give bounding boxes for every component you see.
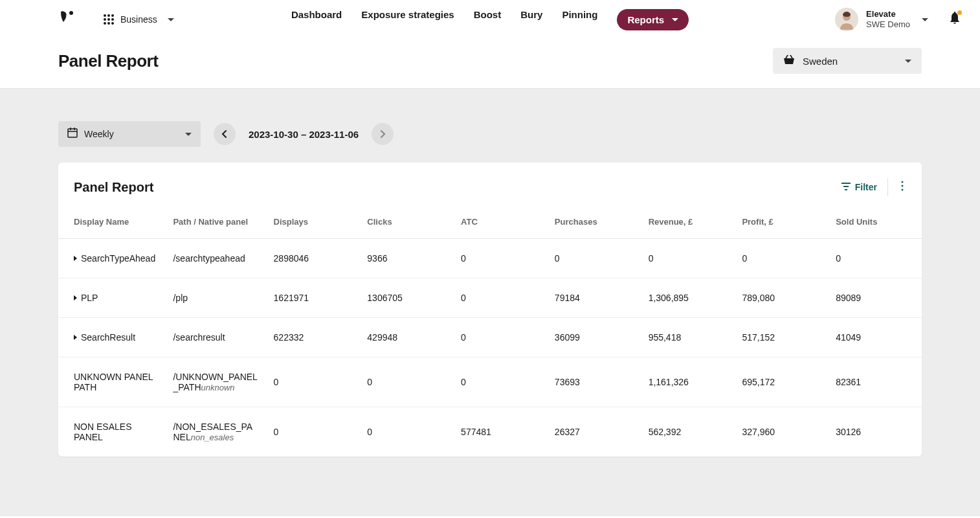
row-name: SearchResult	[74, 332, 157, 343]
col-profit[interactable]: Profit, £	[734, 207, 828, 239]
user-name: Elevate	[866, 9, 910, 19]
row-displays: 1621971	[266, 278, 360, 318]
user-sub: SWE Demo	[866, 19, 910, 30]
report-table: Display Name Path / Native panel Display…	[58, 207, 922, 456]
date-range: 2023-10-30 – 2023-11-06	[249, 129, 359, 140]
col-purchases[interactable]: Purchases	[547, 207, 641, 239]
row-name: UNKNOWN PANEL PATH	[74, 372, 157, 392]
row-revenue: 1,306,895	[641, 278, 735, 318]
row-purchases: 36099	[547, 318, 641, 357]
row-revenue: 0	[641, 239, 735, 278]
card-title: Panel Report	[74, 180, 153, 195]
row-atc: 577481	[453, 407, 547, 457]
row-displays: 2898046	[266, 239, 360, 278]
svg-point-11	[902, 185, 904, 187]
chevron-down-icon	[905, 60, 911, 63]
page-title: Panel Report	[58, 51, 158, 71]
expand-icon[interactable]	[74, 295, 77, 300]
row-revenue: 1,161,326	[641, 357, 735, 407]
table-row: NON ESALES PANEL/NON_ESALES_PANELnon_esa…	[58, 407, 922, 457]
market-select[interactable]: Sweden	[773, 48, 922, 74]
row-profit: 695,172	[734, 357, 828, 407]
row-name: NON ESALES PANEL	[74, 422, 157, 442]
row-revenue: 955,418	[641, 318, 735, 357]
row-clicks: 429948	[359, 318, 453, 357]
col-revenue[interactable]: Revenue, £	[641, 207, 735, 239]
row-purchases: 26327	[547, 407, 641, 457]
main-nav: Dashboard Exposure strategies Boost Bury…	[291, 9, 689, 30]
row-clicks: 0	[359, 407, 453, 457]
row-revenue: 562,392	[641, 407, 735, 457]
prev-period-button[interactable]	[214, 123, 236, 145]
nav-bury[interactable]: Bury	[520, 9, 542, 30]
path-suffix: non_esales	[191, 433, 234, 442]
table-row: SearchResult/searchresult622332429948036…	[58, 318, 922, 357]
row-profit: 517,152	[734, 318, 828, 357]
col-displays[interactable]: Displays	[266, 207, 360, 239]
svg-point-0	[69, 11, 73, 15]
svg-point-12	[902, 189, 904, 191]
col-clicks[interactable]: Clicks	[359, 207, 453, 239]
row-profit: 789,080	[734, 278, 828, 318]
nav-pinning[interactable]: Pinning	[562, 9, 597, 30]
col-sold-units[interactable]: Sold Units	[828, 207, 922, 239]
row-displays: 0	[266, 357, 360, 407]
row-purchases: 79184	[547, 278, 641, 318]
row-sold: 89089	[828, 278, 922, 318]
expand-icon[interactable]	[74, 256, 77, 261]
row-sold: 30126	[828, 407, 922, 457]
row-sold: 82361	[828, 357, 922, 407]
col-display-name[interactable]: Display Name	[58, 207, 165, 239]
basket-icon	[783, 54, 795, 67]
user-text: Elevate SWE Demo	[866, 9, 910, 29]
row-profit: 327,960	[734, 407, 828, 457]
notification-dot	[957, 10, 962, 15]
row-atc: 0	[453, 278, 547, 318]
col-atc[interactable]: ATC	[453, 207, 547, 239]
row-atc: 0	[453, 357, 547, 407]
nav-reports[interactable]: Reports	[617, 9, 689, 30]
body-area: Weekly 2023-10-30 – 2023-11-06 Panel Rep…	[0, 89, 980, 516]
period-select[interactable]: Weekly	[58, 121, 201, 147]
card-header: Panel Report Filter	[58, 178, 922, 207]
period-label: Weekly	[84, 129, 175, 139]
row-path: /UNKNOWN_PANEL_PATHunknown	[165, 357, 265, 407]
row-displays: 0	[266, 407, 360, 457]
date-controls: Weekly 2023-10-30 – 2023-11-06	[58, 121, 922, 147]
next-period-button[interactable]	[372, 123, 394, 145]
subheader: Panel Report Sweden	[0, 39, 980, 89]
nav-reports-label: Reports	[627, 14, 664, 25]
market-label: Sweden	[803, 56, 893, 67]
chevron-down-icon	[672, 18, 678, 21]
more-button[interactable]	[898, 178, 906, 196]
row-path: /plp	[165, 278, 265, 318]
table-row: PLP/plp162197113067050791841,306,895789,…	[58, 278, 922, 318]
row-path: /searchtypeahead	[165, 239, 265, 278]
filter-button[interactable]: Filter	[841, 182, 877, 193]
row-clicks: 9366	[359, 239, 453, 278]
row-purchases: 73693	[547, 357, 641, 407]
avatar	[835, 8, 858, 31]
nav-dashboard[interactable]: Dashboard	[291, 9, 342, 30]
chevron-down-icon	[185, 133, 192, 136]
apps-grid-icon	[104, 14, 114, 25]
nav-exposure-strategies[interactable]: Exposure strategies	[361, 9, 454, 30]
svg-rect-3	[68, 129, 77, 137]
table-row: SearchTypeAhead/searchtypeahead289804693…	[58, 239, 922, 278]
chevron-down-icon	[168, 18, 174, 21]
notifications-button[interactable]	[949, 12, 961, 28]
row-atc: 0	[453, 318, 547, 357]
apps-menu[interactable]: Business	[104, 14, 174, 25]
logo	[58, 9, 78, 31]
chevron-down-icon	[922, 18, 928, 21]
row-sold: 0	[828, 239, 922, 278]
nav-boost[interactable]: Boost	[474, 9, 502, 30]
col-path[interactable]: Path / Native panel	[165, 207, 265, 239]
row-profit: 0	[734, 239, 828, 278]
expand-icon[interactable]	[74, 335, 77, 340]
filter-label: Filter	[855, 182, 877, 192]
divider	[887, 178, 888, 196]
row-purchases: 0	[547, 239, 641, 278]
row-path: /searchresult	[165, 318, 265, 357]
user-area[interactable]: Elevate SWE Demo	[835, 8, 961, 31]
